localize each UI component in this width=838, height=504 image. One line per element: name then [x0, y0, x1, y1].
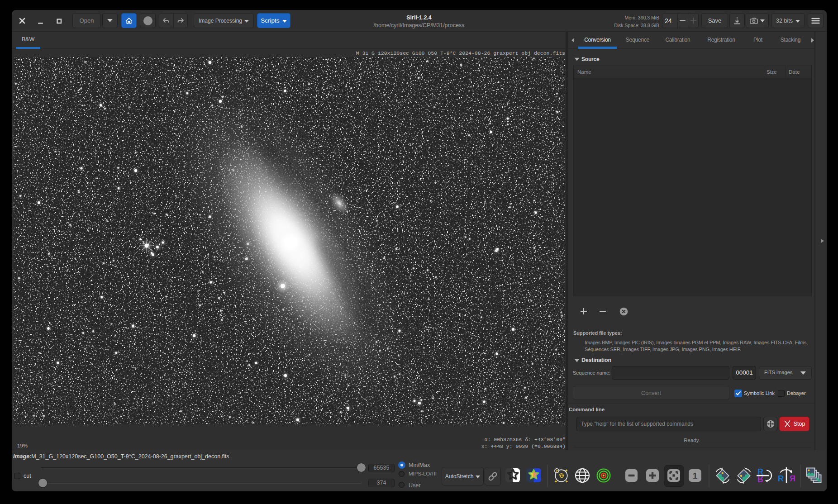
svg-text:R: R	[790, 474, 795, 483]
svg-text:R: R	[778, 474, 784, 483]
svg-text:1: 1	[693, 471, 698, 480]
